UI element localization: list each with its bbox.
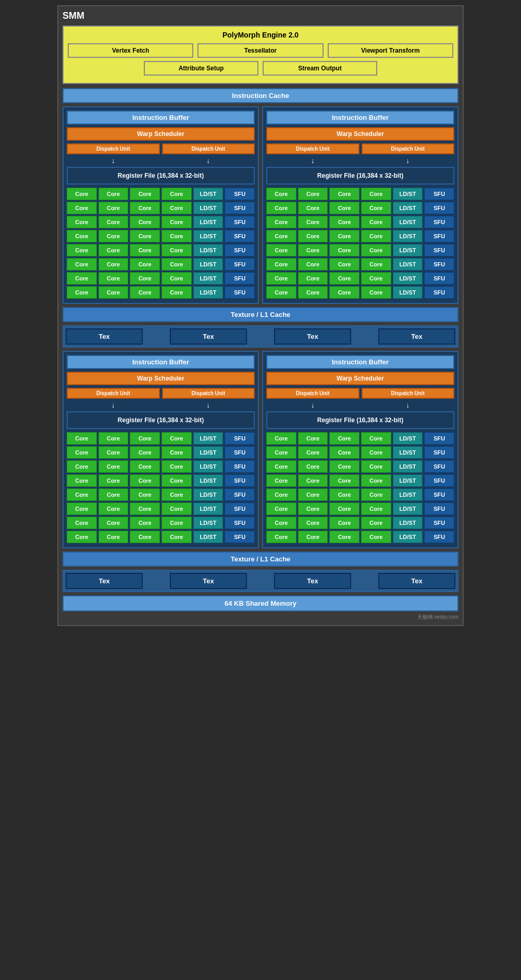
sm-panel-bottom-left: Instruction Buffer Warp Scheduler Dispat… (63, 351, 259, 548)
core-cell: Core (162, 446, 192, 459)
arrow-row-bottom-right: ↓ ↓ (266, 401, 454, 409)
polymorph-row2: Attribute Setup Stream Output (68, 61, 453, 76)
instr-buffer-bottom-left: Instruction Buffer (67, 355, 255, 369)
core-cell: Core (130, 474, 160, 487)
ldst-cell: LD/ST (193, 517, 224, 529)
core-cell: Core (298, 488, 328, 501)
core-cell: Core (130, 230, 160, 242)
dispatch-unit-top-right-2: Dispatch Unit (362, 143, 455, 154)
core-cell: Core (162, 488, 192, 501)
ldst-cell: LD/ST (193, 446, 224, 459)
sfu-cell: SFU (424, 202, 454, 214)
core-cell: Core (162, 216, 192, 228)
core-cell: Core (266, 258, 296, 271)
sfu-cell: SFU (424, 503, 454, 515)
arrow-left: ↓ (266, 401, 359, 409)
core-cell: Core (67, 272, 97, 285)
core-cell: Core (329, 517, 359, 529)
sfu-cell: SFU (225, 488, 255, 501)
core-cell: Core (329, 474, 359, 487)
arrow-left: ↓ (67, 156, 160, 165)
core-cell: Core (98, 286, 129, 299)
core-cell: Core (361, 432, 391, 445)
core-cell: Core (67, 474, 97, 487)
tex-spacer (250, 573, 271, 589)
tex-box-bottom-4: Tex (378, 573, 455, 589)
ldst-cell: LD/ST (193, 432, 224, 445)
ldst-cell: LD/ST (393, 432, 423, 445)
core-cell: Core (67, 488, 97, 501)
sfu-cell: SFU (225, 244, 255, 256)
tex-box-bottom-2: Tex (170, 573, 247, 589)
core-cell: Core (130, 460, 160, 473)
core-cell: Core (130, 216, 160, 228)
core-cell: Core (298, 216, 328, 228)
arrow-right: ↓ (362, 156, 455, 165)
ldst-cell: LD/ST (393, 244, 423, 256)
sfu-cell: SFU (225, 531, 255, 543)
core-cell: Core (162, 474, 192, 487)
core-cell: Core (298, 474, 328, 487)
core-cell: Core (361, 474, 391, 487)
core-cell: Core (266, 202, 296, 214)
core-cell: Core (298, 188, 328, 200)
core-cell: Core (130, 258, 160, 271)
watermark: 天极网 vesky.com (63, 614, 458, 621)
core-cell: Core (67, 188, 97, 200)
warp-scheduler-bottom-left: Warp Scheduler (67, 372, 255, 385)
ldst-cell: LD/ST (193, 272, 224, 285)
sfu-cell: SFU (424, 531, 454, 543)
core-cell: Core (162, 531, 192, 543)
polymorph-engine: PolyMorph Engine 2.0 Vertex Fetch Tessel… (63, 26, 458, 84)
ldst-cell: LD/ST (193, 474, 224, 487)
sfu-cell: SFU (225, 216, 255, 228)
core-cell: Core (266, 488, 296, 501)
register-file-bottom-left: Register File (16,384 x 32-bit) (67, 411, 255, 429)
core-cell: Core (298, 230, 328, 242)
tex-box-top-4: Tex (378, 328, 455, 345)
texture-l1-cache-bottom: Texture / L1 Cache (63, 552, 458, 567)
core-cell: Core (67, 531, 97, 543)
sfu-cell: SFU (424, 286, 454, 299)
shared-memory: 64 KB Shared Memory (63, 595, 458, 611)
core-cell: Core (162, 230, 192, 242)
core-cell: Core (67, 286, 97, 299)
core-cell: Core (67, 258, 97, 271)
sfu-cell: SFU (424, 230, 454, 242)
core-cell: Core (266, 272, 296, 285)
core-cell: Core (162, 272, 192, 285)
core-cell: Core (266, 531, 296, 543)
ldst-cell: LD/ST (393, 286, 423, 299)
ldst-cell: LD/ST (393, 488, 423, 501)
core-cell: Core (67, 432, 97, 445)
core-cell: Core (130, 503, 160, 515)
core-cell: Core (329, 188, 359, 200)
ldst-cell: LD/ST (193, 230, 224, 242)
core-cell: Core (266, 244, 296, 256)
top-dual-panel: Instruction Buffer Warp Scheduler Dispat… (63, 106, 458, 304)
ldst-cell: LD/ST (393, 188, 423, 200)
core-cell: Core (361, 517, 391, 529)
core-cell: Core (98, 531, 129, 543)
core-cell: Core (361, 531, 391, 543)
sfu-cell: SFU (424, 488, 454, 501)
ldst-cell: LD/ST (193, 188, 224, 200)
core-cell: Core (361, 188, 391, 200)
ldst-cell: LD/ST (193, 286, 224, 299)
sfu-cell: SFU (424, 517, 454, 529)
tex-spacer (354, 573, 375, 589)
core-cell: Core (130, 188, 160, 200)
warp-scheduler-bottom-right: Warp Scheduler (266, 372, 454, 385)
core-cell: Core (162, 286, 192, 299)
tex-box-top-3: Tex (274, 328, 351, 345)
sfu-cell: SFU (424, 244, 454, 256)
core-cell: Core (298, 460, 328, 473)
core-cell: Core (298, 531, 328, 543)
core-cell: Core (298, 272, 328, 285)
sfu-cell: SFU (424, 216, 454, 228)
dispatch-row-top-right: Dispatch Unit Dispatch Unit (266, 143, 454, 154)
core-cell: Core (329, 244, 359, 256)
sfu-cell: SFU (225, 272, 255, 285)
core-cell: Core (67, 216, 97, 228)
dispatch-unit-top-left-1: Dispatch Unit (67, 143, 160, 154)
